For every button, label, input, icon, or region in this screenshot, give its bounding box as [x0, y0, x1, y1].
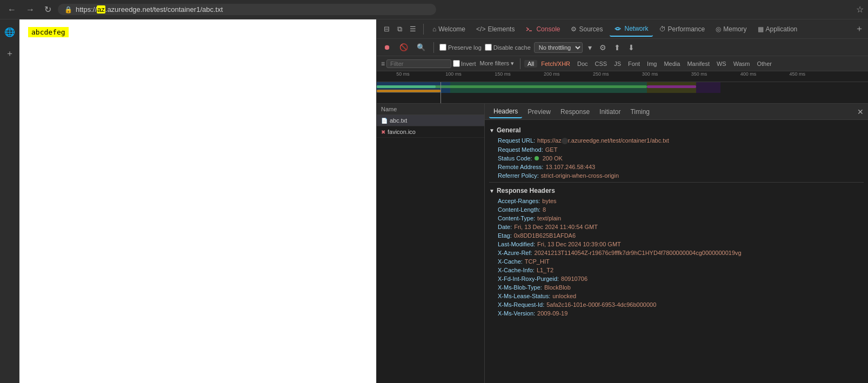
- resp-header-val: 20241213T114054Z-r19676c9fffk7dr9hC1HYD4…: [535, 250, 742, 256]
- request-item-favicon[interactable]: ✖ favicon.ico: [377, 126, 484, 138]
- request-url-value: https://azr.azureedge.net/test/container…: [537, 137, 669, 144]
- export-button[interactable]: ⬇: [626, 42, 637, 53]
- disable-cache-checkbox[interactable]: [485, 44, 492, 51]
- clear-button[interactable]: 🚫: [397, 42, 411, 52]
- type-tab-media[interactable]: Media: [660, 60, 683, 68]
- type-tab-css[interactable]: CSS: [592, 60, 611, 68]
- tab-memory[interactable]: ◎ Memory: [711, 22, 751, 36]
- request-item-abctxt[interactable]: 📄 abc.txt: [377, 115, 484, 126]
- type-tab-js[interactable]: JS: [611, 60, 624, 68]
- type-tabs: All Fetch/XHR Doc CSS JS Font Img Media …: [524, 60, 775, 68]
- resp-header-key: X-Cache-Info:: [498, 267, 535, 273]
- tab-elements[interactable]: </> Elements: [472, 22, 519, 36]
- invert-label: Invert: [453, 60, 476, 67]
- resp-header-key: Etag:: [498, 232, 512, 239]
- forward-button[interactable]: →: [23, 4, 38, 16]
- tab-console[interactable]: Console: [521, 22, 564, 36]
- type-tab-other[interactable]: Other: [753, 60, 775, 68]
- response-headers-title: Response Headers: [497, 187, 555, 194]
- bar-orange: [377, 90, 440, 92]
- bar-green: [377, 85, 647, 88]
- tab-application[interactable]: ▦ Application: [753, 22, 802, 36]
- add-tab-button[interactable]: ＋: [855, 23, 864, 35]
- request-method-key: Request Method:: [498, 146, 543, 153]
- back-button[interactable]: ←: [4, 4, 19, 16]
- network-controls: ⏺ 🚫 🔍 Preserve log Disable cache No thro…: [377, 39, 868, 56]
- detail-tab-preview[interactable]: Preview: [523, 106, 555, 118]
- type-tab-doc[interactable]: Doc: [574, 60, 591, 68]
- bookmark-button[interactable]: ☆: [856, 4, 864, 15]
- detail-tabs: Headers Preview Response Initiator Timin…: [485, 104, 868, 120]
- browser-content: abcdefeg: [19, 19, 376, 383]
- throttling-select[interactable]: No throttling: [534, 42, 583, 53]
- remote-address-key: Remote Address:: [498, 164, 543, 170]
- general-section-header[interactable]: ▼ General: [489, 124, 864, 136]
- bar-purple: [647, 85, 696, 88]
- resp-header-key: X-Cache:: [498, 258, 523, 265]
- response-header-row: X-Ms-Lease-Status:unlocked: [489, 292, 864, 300]
- detail-tab-initiator[interactable]: Initiator: [595, 106, 625, 118]
- resp-header-val: Fri, 13 Dec 2024 10:39:00 GMT: [537, 241, 621, 247]
- timeline-cursor: [440, 82, 441, 104]
- tick-300: 300 ms: [642, 71, 658, 77]
- status-code-value: 200 OK: [535, 155, 563, 162]
- resp-header-val: text/plain: [537, 215, 561, 221]
- remote-address-row: Remote Address: 13.107.246.58:443: [489, 163, 864, 171]
- invert-checkbox[interactable]: [453, 60, 460, 67]
- response-header-row: Date:Fri, 13 Dec 2024 11:40:54 GMT: [489, 223, 864, 231]
- tick-350: 350 ms: [691, 71, 707, 77]
- requests-list: Name 📄 abc.txt ✖ favicon.ico: [377, 104, 485, 383]
- sidebar-add-icon[interactable]: ＋: [2, 45, 17, 63]
- tab-performance[interactable]: ⏱ Performance: [655, 22, 710, 36]
- type-tab-img[interactable]: Img: [644, 60, 660, 68]
- resp-header-val: L1_T2: [537, 267, 553, 273]
- general-arrow: ▼: [489, 127, 495, 133]
- tick-50: 50 ms: [396, 71, 410, 77]
- separator: [423, 24, 424, 35]
- tab-welcome[interactable]: ⌂ Welcome: [428, 22, 470, 36]
- timeline-bars: [377, 82, 868, 104]
- referrer-policy-row: Referrer Policy: strict-origin-when-cros…: [489, 171, 864, 180]
- type-tab-fetch[interactable]: Fetch/XHR: [538, 60, 573, 68]
- record-button[interactable]: ⏺: [381, 42, 393, 52]
- type-tab-manifest[interactable]: Manifest: [684, 60, 713, 68]
- detail-tab-response[interactable]: Response: [556, 106, 594, 118]
- throttling-expand-button[interactable]: ▾: [586, 42, 594, 53]
- response-headers-rows: Accept-Ranges:bytesContent-Length:8Conte…: [489, 197, 864, 318]
- response-header-row: Last-Modified:Fri, 13 Dec 2024 10:39:00 …: [489, 240, 864, 248]
- response-header-row: X-Ms-Version:2009-09-19: [489, 309, 864, 318]
- tab-sources[interactable]: ⚙ Sources: [566, 22, 607, 36]
- tab-network[interactable]: Network: [610, 22, 653, 37]
- devtools-undock-button[interactable]: ⧉: [395, 23, 405, 35]
- response-header-row: Content-Type:text/plain: [489, 214, 864, 223]
- headers-content: ▼ General Request URL: https://azr.azure…: [485, 120, 868, 383]
- request-method-row: Request Method: GET: [489, 145, 864, 154]
- response-headers-section-header[interactable]: ▼ Response Headers: [489, 185, 864, 197]
- detail-tab-timing[interactable]: Timing: [626, 106, 654, 118]
- doc-icon: 📄: [381, 118, 388, 124]
- close-detail-button[interactable]: ✕: [857, 107, 864, 116]
- detail-tab-headers[interactable]: Headers: [489, 105, 522, 118]
- page-content: abcdefeg: [19, 19, 376, 383]
- more-filters-button[interactable]: More filters ▾: [478, 59, 516, 68]
- sidebar-globe-icon[interactable]: 🌐: [1, 24, 18, 41]
- devtools-menu-button[interactable]: ☰: [407, 23, 419, 35]
- name-column-label: Name: [381, 106, 397, 112]
- preserve-log-checkbox[interactable]: [439, 44, 446, 51]
- search-button[interactable]: 🔍: [414, 42, 428, 52]
- type-tab-wasm[interactable]: Wasm: [730, 60, 753, 68]
- devtools-toggle-button[interactable]: ⊟: [381, 23, 392, 35]
- resp-header-key: X-Fd-Int-Roxy-Purgeid:: [498, 276, 559, 282]
- network-settings-button[interactable]: ⚙: [597, 42, 609, 53]
- type-tab-ws[interactable]: WS: [713, 60, 730, 68]
- reload-button[interactable]: ↻: [41, 3, 55, 16]
- response-header-row: X-Cache:TCP_HIT: [489, 257, 864, 266]
- general-title: General: [497, 126, 521, 134]
- resp-header-val: TCP_HIT: [525, 258, 550, 265]
- filter-input[interactable]: [386, 59, 451, 68]
- import-button[interactable]: ⬆: [612, 42, 623, 53]
- resp-header-key: X-Ms-Version:: [498, 310, 535, 317]
- type-tab-font[interactable]: Font: [625, 60, 643, 68]
- type-tab-all[interactable]: All: [524, 60, 537, 68]
- resp-header-val: 8: [543, 206, 546, 213]
